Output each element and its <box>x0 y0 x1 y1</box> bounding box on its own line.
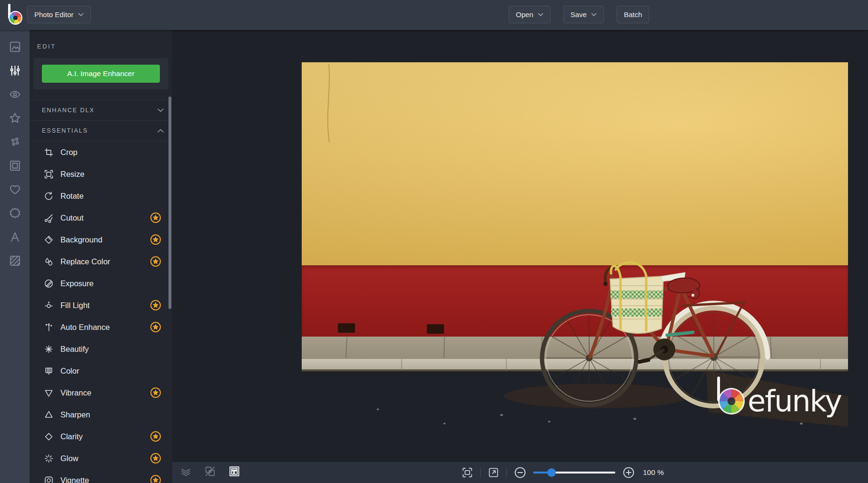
tool-label: Glow <box>60 454 150 463</box>
tool-item-background[interactable]: Background <box>30 229 172 251</box>
tool-label: Crop <box>60 148 161 157</box>
letter-a-icon <box>9 231 21 243</box>
tool-label: Sharpen <box>60 410 161 419</box>
chevron-down-icon <box>158 108 164 112</box>
premium-star-icon <box>150 387 161 398</box>
bottom-left-tools <box>180 465 240 479</box>
watermark-logo-icon <box>718 387 746 415</box>
tool-category-rail <box>0 30 30 483</box>
beautify-icon <box>44 344 54 354</box>
rail-item-text[interactable] <box>0 225 30 249</box>
separator <box>506 468 507 477</box>
tool-item-rotate[interactable]: Rotate <box>30 185 172 207</box>
crop-icon <box>44 147 54 157</box>
tool-item-vignette[interactable]: Vignette <box>30 469 172 483</box>
tool-label: Beautify <box>60 345 161 354</box>
chevron-down-icon <box>591 13 597 17</box>
vignette-icon <box>44 475 54 483</box>
clarity-icon <box>44 432 54 442</box>
rail-item-frames[interactable] <box>0 154 30 177</box>
tool-item-vibrance[interactable]: Vibrance <box>30 382 172 404</box>
tool-item-resize[interactable]: Resize <box>30 163 172 185</box>
image-icon <box>9 40 21 53</box>
tool-label: Vignette <box>60 476 150 483</box>
sliders-icon <box>9 64 21 77</box>
premium-star-icon <box>150 256 161 267</box>
panel-title: EDIT <box>30 30 172 50</box>
zoom-slider[interactable] <box>533 468 615 477</box>
photo-canvas[interactable]: efunky <box>302 62 848 427</box>
fill-light-icon <box>44 300 54 310</box>
tool-item-exposure[interactable]: Exposure <box>30 272 172 294</box>
premium-star-icon <box>150 234 161 245</box>
zoom-slider-thumb[interactable] <box>547 468 556 477</box>
tool-item-fill-light[interactable]: Fill Light <box>30 294 172 316</box>
canvas-manager-icon <box>228 465 240 477</box>
zoom-out-button[interactable] <box>514 466 526 479</box>
eye-icon <box>9 88 21 101</box>
tool-label: Background <box>60 235 150 244</box>
befunky-watermark: efunky <box>718 387 841 415</box>
tool-item-glow[interactable]: Glow <box>30 447 172 469</box>
flatten-button[interactable] <box>204 465 216 479</box>
star-icon <box>9 112 21 125</box>
resize-icon <box>44 169 54 179</box>
layers-stack-icon <box>180 465 192 477</box>
premium-star-icon <box>150 321 161 333</box>
photo-editor-app: Photo Editor Open Save Batch EDIT A.I. I… <box>0 0 868 483</box>
tool-item-replace-color[interactable]: Replace Color <box>30 251 172 272</box>
premium-star-icon <box>150 212 161 223</box>
tools-list: CropResizeRotateCutoutBackgroundReplace … <box>30 141 172 483</box>
premium-star-icon <box>150 299 161 311</box>
tool-item-auto-enhance[interactable]: Auto Enhance <box>30 316 172 338</box>
rail-item-effects[interactable] <box>0 82 30 106</box>
ai-image-enhancer-button[interactable]: A.I. Image Enhancer <box>42 65 160 83</box>
tool-label: Replace Color <box>60 257 150 266</box>
batch-button[interactable]: Batch <box>617 6 649 23</box>
rail-item-image-manager[interactable] <box>0 35 30 58</box>
expand-canvas-icon[interactable] <box>488 467 499 478</box>
zoom-level-label: 100 % <box>643 468 664 477</box>
tool-item-clarity[interactable]: Clarity <box>30 425 172 447</box>
texture-icon <box>9 254 21 267</box>
open-button[interactable]: Open <box>509 6 551 23</box>
tool-label: Exposure <box>60 279 161 288</box>
canvas-manager-button[interactable] <box>228 465 240 479</box>
rail-item-graphics[interactable] <box>0 177 30 201</box>
befunky-logo-icon <box>6 5 26 26</box>
tool-item-beautify[interactable]: Beautify <box>30 338 172 360</box>
tool-item-color[interactable]: Color <box>30 360 172 382</box>
tool-item-sharpen[interactable]: Sharpen <box>30 404 172 425</box>
sharpen-icon <box>44 410 54 420</box>
app-menu-button[interactable]: Photo Editor <box>27 6 91 23</box>
fit-to-screen-icon[interactable] <box>462 467 473 478</box>
replace-color-icon <box>44 257 54 267</box>
rotate-icon <box>44 191 54 201</box>
rail-item-artsy[interactable] <box>0 106 30 130</box>
tool-label: Rotate <box>60 192 161 201</box>
premium-star-icon <box>150 474 161 483</box>
rail-item-edit[interactable] <box>0 58 30 82</box>
tool-item-crop[interactable]: Crop <box>30 141 172 163</box>
badge-icon <box>9 207 21 220</box>
rail-item-overlays[interactable] <box>0 201 30 225</box>
tool-label: Clarity <box>60 432 150 441</box>
exposure-icon <box>44 279 54 289</box>
topbar-actions: Open Save Batch <box>509 6 649 23</box>
chevron-down-icon <box>78 13 84 17</box>
save-button[interactable]: Save <box>563 6 604 23</box>
separator <box>480 468 481 477</box>
section-essentials[interactable]: ESSENTIALS <box>30 121 172 141</box>
zoom-controls: 100 % <box>462 462 664 483</box>
vibrance-icon <box>44 388 54 398</box>
section-enhance-dlx[interactable]: ENHANCE DLX <box>30 100 172 121</box>
cutout-icon <box>44 213 54 223</box>
rail-item-textures[interactable] <box>0 249 30 272</box>
heart-icon <box>9 183 21 196</box>
rail-item-touch-up[interactable] <box>0 130 30 154</box>
panel-scrollbar[interactable] <box>168 97 171 309</box>
tool-label: Cutout <box>60 213 150 222</box>
zoom-in-button[interactable] <box>622 466 635 479</box>
tool-item-cutout[interactable]: Cutout <box>30 207 172 229</box>
layers-stack-button[interactable] <box>180 465 192 479</box>
